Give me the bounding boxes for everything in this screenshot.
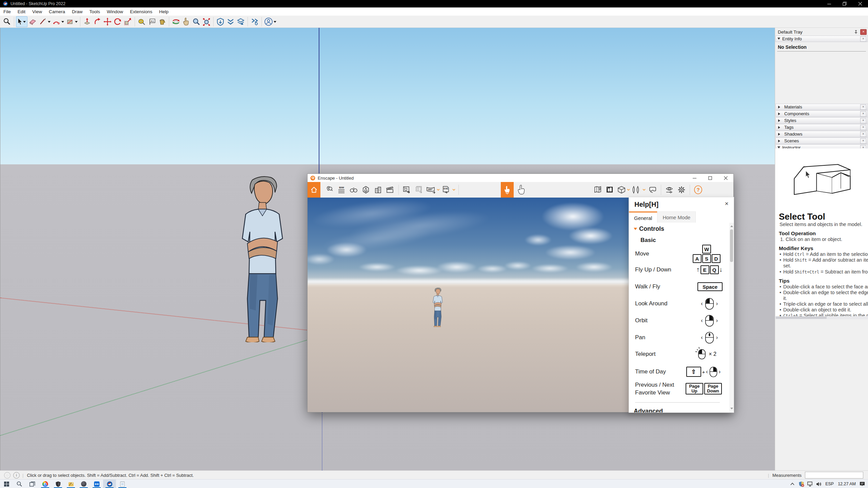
paint-bucket-tool-button[interactable] <box>157 17 167 27</box>
section-close-button[interactable]: × <box>860 131 866 137</box>
taskbar-teamviewer[interactable] <box>90 480 103 488</box>
section-entity-info[interactable]: Entity Info × <box>775 36 868 42</box>
tab-home-mode[interactable]: Home Mode <box>657 211 696 223</box>
tab-general[interactable]: General <box>629 211 657 223</box>
user-account-button[interactable] <box>263 17 274 27</box>
controls-section-header[interactable]: Controls <box>634 225 664 232</box>
section-close-button[interactable]: × <box>860 118 866 123</box>
upload-management-icon[interactable] <box>323 183 335 196</box>
general-settings-icon[interactable] <box>675 183 688 196</box>
pin-icon[interactable] <box>854 30 858 34</box>
standalone-export-icon[interactable]: EXE <box>441 183 456 196</box>
panorama-export-icon[interactable]: 360° <box>425 183 441 196</box>
eraser-tool-button[interactable] <box>27 17 38 27</box>
taskbar-notepad[interactable] <box>116 480 129 488</box>
visual-settings-icon[interactable] <box>663 183 675 196</box>
language-indicator[interactable]: ESP <box>823 482 836 486</box>
scroll-up-icon[interactable] <box>730 224 733 227</box>
taskbar-chrome[interactable] <box>39 480 52 488</box>
menu-help[interactable]: Help <box>156 7 172 16</box>
light-view-icon[interactable] <box>360 183 372 196</box>
hscrollbar-thumb[interactable] <box>776 317 827 319</box>
minimize-button[interactable] <box>821 0 837 7</box>
menu-tools[interactable]: Tools <box>86 7 104 16</box>
search-button[interactable] <box>13 480 26 488</box>
menu-camera[interactable]: Camera <box>45 7 68 16</box>
orbit-tool-button[interactable] <box>171 17 181 27</box>
scrollbar-thumb[interactable] <box>730 229 733 262</box>
tray-close-button[interactable]: × <box>860 29 867 35</box>
section-close-button[interactable]: × <box>860 36 866 42</box>
scroll-down-icon[interactable] <box>730 408 733 411</box>
push-pull-tool-button[interactable] <box>82 17 92 27</box>
menu-edit[interactable]: Edit <box>14 7 29 16</box>
video-editor-icon[interactable] <box>384 183 396 196</box>
taskbar-security-app[interactable] <box>52 480 64 488</box>
menu-draw[interactable]: Draw <box>68 7 86 16</box>
volume-icon[interactable] <box>814 480 823 488</box>
search-magnifier-icon[interactable] <box>2 17 12 27</box>
vr-headset-icon[interactable] <box>647 183 659 196</box>
enscape-render-icon[interactable] <box>215 17 225 27</box>
section-close-button[interactable]: × <box>860 111 866 117</box>
line-tool-button[interactable] <box>38 17 48 27</box>
defender-icon[interactable] <box>797 480 806 488</box>
menu-file[interactable]: File <box>0 7 14 16</box>
bim-mode-icon[interactable]: BIM <box>335 183 348 196</box>
walk-mode-button[interactable] <box>501 182 514 198</box>
enscape-settings-icon[interactable] <box>250 17 260 27</box>
clock[interactable]: 12.27 AM <box>836 482 858 486</box>
enscape-minimize-button[interactable] <box>687 174 702 182</box>
view-management-icon[interactable] <box>348 183 360 196</box>
arc-dropdown-caret-icon[interactable] <box>61 21 64 24</box>
scale-tool-button[interactable] <box>123 17 133 27</box>
arc-tool-button[interactable] <box>51 17 61 27</box>
section-close-button[interactable]: × <box>860 125 866 130</box>
taskbar-camera-app[interactable] <box>77 480 90 488</box>
section-shadows[interactable]: Shadows × <box>775 131 868 137</box>
task-view-button[interactable] <box>26 480 39 488</box>
menu-view[interactable]: View <box>29 7 45 16</box>
scale-figure-person[interactable] <box>236 175 289 342</box>
network-icon[interactable] <box>806 480 814 488</box>
restore-button[interactable] <box>837 0 852 7</box>
enscape-maximize-button[interactable] <box>702 174 718 182</box>
close-button[interactable] <box>852 0 868 7</box>
screenshot-export-icon[interactable] <box>401 183 413 196</box>
section-materials[interactable]: Materials × <box>775 104 868 110</box>
batch-rendering-icon[interactable] <box>413 183 425 196</box>
panorama-icon[interactable] <box>631 183 647 196</box>
help-close-button[interactable]: × <box>723 200 730 207</box>
action-center-icon[interactable] <box>858 480 867 488</box>
select-tool-button[interactable] <box>16 16 27 27</box>
taskbar-paint-app[interactable] <box>64 480 77 488</box>
zoom-tool-button[interactable] <box>191 17 201 27</box>
enscape-layers-icon[interactable] <box>236 17 246 27</box>
move-tool-button[interactable] <box>102 17 113 27</box>
follow-me-tool-button[interactable] <box>92 17 102 27</box>
measurements-input[interactable] <box>805 472 863 479</box>
section-tags[interactable]: Tags × <box>775 124 868 130</box>
select-dropdown-caret-icon[interactable] <box>23 21 26 24</box>
section-components[interactable]: Components × <box>775 110 868 117</box>
zoom-extents-tool-button[interactable] <box>201 17 212 27</box>
tape-measure-tool-button[interactable] <box>137 17 147 27</box>
start-enscape-button[interactable] <box>308 182 320 198</box>
mini-map-icon[interactable] <box>592 183 604 196</box>
user-dropdown-caret-icon[interactable] <box>274 21 276 24</box>
orthographic-view-icon[interactable] <box>616 183 631 196</box>
asset-placement-icon[interactable] <box>604 183 616 196</box>
help-button[interactable]: ? <box>692 183 704 196</box>
section-styles[interactable]: Styles × <box>775 117 868 124</box>
geolocation-icon[interactable]: ◌ <box>4 472 11 479</box>
enscape-sync-icon[interactable] <box>225 17 236 27</box>
tray-expand-icon[interactable] <box>788 480 797 488</box>
rectangle-dropdown-caret-icon[interactable] <box>75 21 78 24</box>
taskbar-sketchup[interactable] <box>103 480 116 488</box>
help-scrollbar[interactable] <box>729 223 734 412</box>
section-close-button[interactable]: × <box>860 138 866 144</box>
info-icon[interactable]: i <box>13 472 20 479</box>
section-scenes[interactable]: Scenes × <box>775 138 868 144</box>
enscape-window[interactable]: Enscape - Untitled BIM <box>307 174 734 412</box>
menu-window[interactable]: Window <box>103 7 126 16</box>
